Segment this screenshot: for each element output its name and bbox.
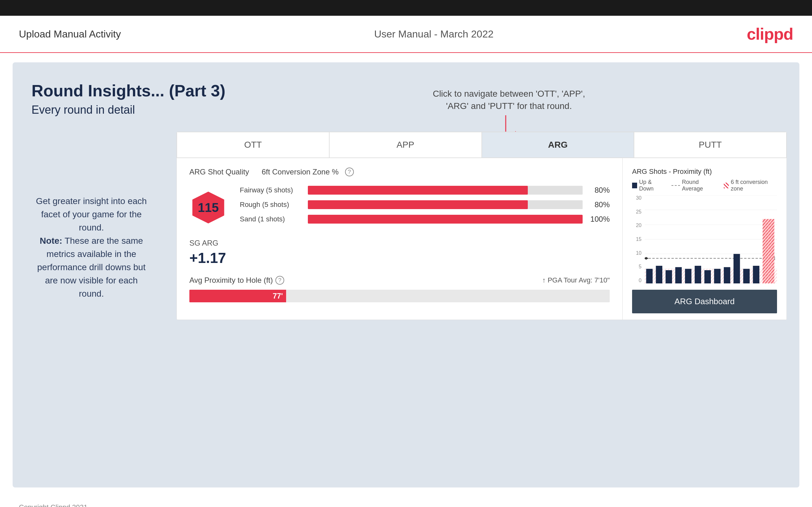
proximity-title: Avg Proximity to Hole (ft) ?: [189, 276, 284, 285]
help-icon[interactable]: ?: [345, 168, 354, 176]
shot-row-sand: Sand (1 shots) 100%: [240, 215, 610, 224]
logo: clippd: [747, 24, 793, 44]
legend-round-avg-label: Round Average: [682, 179, 717, 192]
copyright: Copyright Clippd 2021: [19, 503, 88, 507]
upload-label: Upload Manual Activity: [19, 29, 121, 40]
tab-app[interactable]: APP: [329, 132, 482, 158]
legend-conversion-label: 6 ft conversion zone: [731, 179, 777, 192]
footer: Copyright Clippd 2021: [0, 497, 812, 507]
bar-rough: [308, 200, 582, 209]
svg-rect-17: [656, 266, 662, 283]
document-title: User Manual - March 2022: [374, 29, 494, 40]
svg-rect-27: [753, 266, 759, 283]
legend-round-avg: Round Average: [671, 179, 717, 192]
proximity-bar: 77': [189, 290, 610, 302]
shot-row-rough: Rough (5 shots) 80%: [240, 200, 610, 209]
chart-legend: Up & Down Round Average 6 ft conversion …: [632, 179, 777, 192]
svg-rect-18: [665, 270, 672, 283]
left-description: Get greater insight into each facet of y…: [32, 194, 151, 300]
svg-rect-16: [646, 269, 653, 283]
svg-rect-22: [704, 270, 711, 283]
chart-header: ARG Shots - Proximity (ft): [632, 168, 777, 176]
proximity-bar-fill: 77': [189, 290, 286, 302]
page-title: Round Insights... (Part 3): [32, 81, 780, 100]
svg-rect-26: [743, 269, 750, 283]
svg-rect-23: [714, 269, 721, 283]
pct-rough: 80%: [588, 200, 610, 209]
hex-score: 115: [189, 190, 227, 225]
legend-up-down: Up & Down: [632, 179, 665, 192]
shot-bars: Fairway (5 shots) 80% Rough (5 shots): [240, 186, 610, 229]
pga-avg: ↑ PGA Tour Avg: 7'10": [542, 276, 610, 284]
nav-hint-text: Click to navigate between 'OTT', 'APP','…: [433, 88, 585, 112]
sg-section: SG ARG +1.17: [189, 239, 610, 267]
shot-row-fairway: Fairway (5 shots) 80%: [240, 186, 610, 194]
bar-fill-sand: [308, 215, 582, 224]
pct-sand: 100%: [588, 215, 610, 224]
left-desc-text: Get greater insight into each facet of y…: [36, 196, 147, 298]
card-body: ARG Shot Quality 6ft Conversion Zone % ?…: [177, 158, 786, 320]
hex-number: 115: [198, 201, 219, 215]
chart-area: 30 25 20 15 10 5 0: [632, 195, 777, 283]
legend-conversion: 6 ft conversion zone: [724, 179, 777, 192]
panel-subtitle: 6ft Conversion Zone %: [261, 168, 339, 176]
left-panel: ARG Shot Quality 6ft Conversion Zone % ?…: [177, 158, 623, 320]
main-content: Round Insights... (Part 3) Every round i…: [13, 62, 799, 488]
svg-marker-15: [645, 257, 649, 260]
panel-title: ARG Shot Quality: [189, 168, 249, 176]
legend-hatched-icon: [724, 183, 729, 188]
note-label: Note:: [40, 236, 62, 246]
svg-rect-20: [685, 269, 692, 283]
proximity-value: 77': [272, 292, 283, 300]
panel-header: ARG Shot Quality 6ft Conversion Zone % ?: [189, 168, 610, 176]
bar-fairway: [308, 186, 582, 194]
bar-fill-fairway: [308, 186, 528, 194]
tab-putt[interactable]: PUTT: [634, 132, 786, 158]
main-card: OTT APP ARG PUTT ARG Shot Quality 6ft Co…: [176, 132, 787, 320]
svg-rect-21: [695, 266, 701, 283]
page-subtitle: Every round in detail: [32, 103, 780, 116]
proximity-help-icon[interactable]: ?: [275, 276, 284, 285]
sg-value: +1.17: [189, 249, 610, 267]
chart-y-labels: 30 25 20 15 10 5 0: [632, 195, 643, 283]
tab-arg[interactable]: ARG: [482, 132, 634, 158]
tab-bar: OTT APP ARG PUTT: [177, 132, 786, 158]
chart-svg: 8: [645, 195, 777, 283]
svg-rect-24: [724, 267, 730, 283]
proximity-header: Avg Proximity to Hole (ft) ? ↑ PGA Tour …: [189, 276, 610, 285]
tab-ott[interactable]: OTT: [177, 132, 329, 158]
legend-up-down-label: Up & Down: [639, 179, 665, 192]
legend-dashed-icon: [671, 185, 680, 186]
right-panel: ARG Shots - Proximity (ft) Up & Down Rou…: [623, 158, 786, 320]
sg-label: SG ARG: [189, 239, 610, 247]
legend-box-icon: [632, 183, 637, 188]
bar-sand: [308, 215, 582, 224]
shot-label-sand: Sand (1 shots): [240, 215, 303, 223]
score-row: 115 Fairway (5 shots) 80%: [189, 186, 610, 229]
arg-dashboard-button[interactable]: ARG Dashboard: [632, 290, 777, 313]
chart-title: ARG Shots - Proximity (ft): [632, 168, 712, 176]
top-bar: [0, 0, 812, 16]
svg-rect-19: [675, 267, 682, 283]
svg-rect-25: [733, 254, 740, 283]
pct-fairway: 80%: [588, 186, 610, 194]
svg-rect-28: [763, 219, 774, 283]
shot-label-rough: Rough (5 shots): [240, 201, 303, 209]
proximity-section: Avg Proximity to Hole (ft) ? ↑ PGA Tour …: [189, 276, 610, 302]
shot-label-fairway: Fairway (5 shots): [240, 186, 303, 194]
header: Upload Manual Activity User Manual - Mar…: [0, 16, 812, 53]
bar-fill-rough: [308, 200, 528, 209]
